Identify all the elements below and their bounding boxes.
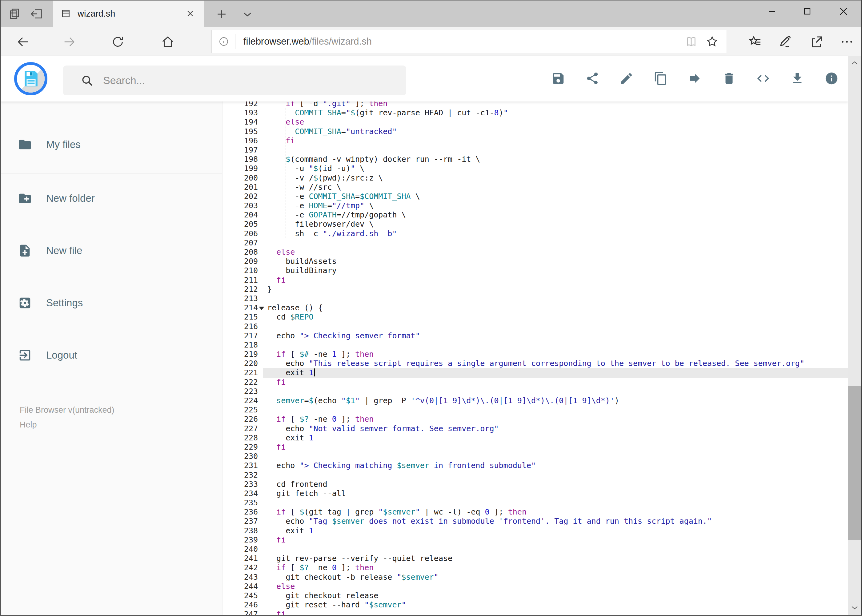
search-input[interactable]: [102, 74, 381, 87]
code-line[interactable]: 243 git checkout -b release "$semver": [224, 573, 848, 582]
code-line[interactable]: 245 git checkout release: [224, 591, 848, 600]
code-line[interactable]: 217 echo "> Checking semver format": [224, 331, 848, 341]
code-line[interactable]: 234 git fetch --all: [224, 489, 848, 498]
code-line[interactable]: 237 echo "Tag $semver does not exist in …: [224, 517, 848, 526]
code-line[interactable]: 232: [224, 470, 848, 480]
code-line[interactable]: 240: [224, 545, 848, 554]
tab-preview-chevron-icon[interactable]: [241, 7, 257, 21]
code-editor[interactable]: 192 if [ -d ".git" ]; then193 COMMIT_SHA…: [224, 102, 848, 615]
code-line[interactable]: 235: [224, 498, 848, 508]
code-line[interactable]: 219 if [ $# -ne 1 ]; then: [224, 350, 848, 359]
window-close-button[interactable]: [828, 2, 859, 21]
code-line[interactable]: 242 if [ $? -ne 0 ]; then: [224, 563, 848, 572]
more-options-icon[interactable]: [840, 35, 854, 49]
help-link[interactable]: Help: [20, 420, 37, 430]
code-line[interactable]: 206 sh -c "./wizard.sh -b": [224, 229, 848, 238]
back-button[interactable]: [16, 35, 30, 49]
code-line[interactable]: 221 exit 1: [224, 368, 848, 377]
tab-wizard-sh[interactable]: wizard.sh: [53, 0, 204, 27]
new-tab-button[interactable]: [215, 7, 231, 21]
sidebar-item-new-folder[interactable]: New folder: [0, 185, 222, 211]
code-line[interactable]: 197: [224, 146, 848, 155]
code-line[interactable]: 202 -e COMMIT_SHA=$COMMIT_SHA \: [224, 192, 848, 201]
code-line[interactable]: 239 fi: [224, 536, 848, 545]
code-line[interactable]: 236 if [ $(git tag | grep "$semver" | wc…: [224, 508, 848, 517]
vertical-scrollbar[interactable]: [848, 56, 861, 615]
code-line[interactable]: 195 COMMIT_SHA="untracked": [224, 127, 848, 136]
copy-button[interactable]: [654, 71, 668, 85]
code-line[interactable]: 192 if [ -d ".git" ]; then: [224, 102, 848, 108]
url-text[interactable]: filebrowser.web/files/wizard.sh: [243, 36, 685, 47]
window-maximize-button[interactable]: [792, 2, 823, 21]
address-bar[interactable]: filebrowser.web/files/wizard.sh: [211, 30, 727, 53]
code-line[interactable]: 211 fi: [224, 275, 848, 285]
code-line[interactable]: 215 cd $REPO: [224, 313, 848, 322]
code-line[interactable]: 204 -e GOPATH=//tmp/gopath \: [224, 211, 848, 220]
tab-close-icon[interactable]: [184, 7, 196, 20]
scroll-down-icon[interactable]: [850, 603, 859, 612]
filebrowser-logo[interactable]: [14, 62, 47, 95]
edit-button[interactable]: [619, 71, 633, 85]
code-line[interactable]: 212}: [224, 285, 848, 294]
home-button[interactable]: [161, 35, 175, 49]
share-button[interactable]: [585, 71, 599, 85]
code-line[interactable]: 199 -u "$(id -u)" \: [224, 164, 848, 173]
code-line[interactable]: 220 echo "This release script requires a…: [224, 359, 848, 368]
set-tabs-aside-icon[interactable]: [30, 7, 48, 22]
download-button[interactable]: [790, 71, 804, 85]
delete-button[interactable]: [722, 71, 736, 85]
code-line[interactable]: 225: [224, 405, 848, 415]
move-button[interactable]: [688, 71, 702, 85]
save-button[interactable]: [551, 71, 565, 85]
sidebar-item-logout[interactable]: Logout: [0, 342, 222, 368]
code-line[interactable]: 226 if [ $? -ne 0 ]; then: [224, 415, 848, 424]
raw-code-button[interactable]: [756, 71, 770, 85]
favorite-star-icon[interactable]: [706, 35, 719, 48]
code-line[interactable]: 218: [224, 341, 848, 350]
reading-view-icon[interactable]: [685, 35, 698, 48]
scroll-up-icon[interactable]: [850, 58, 859, 68]
code-line[interactable]: 244 else: [224, 582, 848, 591]
search-bar[interactable]: [63, 66, 406, 95]
info-button[interactable]: [824, 71, 838, 85]
code-line[interactable]: 203 -e HOME="//tmp" \: [224, 201, 848, 211]
code-line[interactable]: 233 cd frontend: [224, 480, 848, 489]
code-line[interactable]: 228 exit 1: [224, 433, 848, 443]
code-line[interactable]: 216: [224, 322, 848, 331]
code-line[interactable]: 223: [224, 387, 848, 396]
code-line[interactable]: 241 git rev-parse --verify --quiet relea…: [224, 554, 848, 563]
scrollbar-thumb[interactable]: [848, 386, 861, 540]
sidebar-item-settings[interactable]: Settings: [0, 290, 222, 316]
code-line[interactable]: 210 buildBinary: [224, 266, 848, 275]
code-line[interactable]: 246 git reset --hard "$semver": [224, 600, 848, 610]
site-info-icon[interactable]: [219, 36, 229, 47]
share-page-icon[interactable]: [809, 35, 824, 49]
code-line[interactable]: 229 fi: [224, 443, 848, 452]
tab-preview-icon[interactable]: [7, 7, 26, 22]
code-line[interactable]: 205 filebrowser/dev \: [224, 220, 848, 229]
hub-favorites-icon[interactable]: [748, 35, 763, 49]
code-line[interactable]: 222 fi: [224, 378, 848, 387]
code-line[interactable]: 201 -w //src \: [224, 183, 848, 192]
code-line[interactable]: 247 fi: [224, 610, 848, 615]
window-minimize-button[interactable]: [757, 2, 788, 21]
web-note-pen-icon[interactable]: [778, 35, 793, 49]
sidebar-item-my-files[interactable]: My files: [0, 132, 222, 157]
sidebar-item-new-file[interactable]: New file: [0, 238, 222, 264]
code-line[interactable]: 209 buildAssets: [224, 257, 848, 266]
code-line[interactable]: 208 else: [224, 248, 848, 257]
code-line[interactable]: 200 -v /$(pwd):/src:z \: [224, 173, 848, 183]
code-line[interactable]: 238 exit 1: [224, 526, 848, 536]
code-line[interactable]: 230: [224, 452, 848, 461]
fold-marker-icon[interactable]: [259, 306, 264, 310]
refresh-button[interactable]: [111, 35, 125, 49]
code-line[interactable]: 214release () {: [224, 303, 848, 313]
code-line[interactable]: 231 echo "> Checking matching $semver in…: [224, 461, 848, 470]
code-line[interactable]: 193 COMMIT_SHA="$(git rev-parse HEAD | c…: [224, 108, 848, 118]
code-line[interactable]: 224 semver=$(echo "$1" | grep -P '^v(0|[…: [224, 396, 848, 405]
code-line[interactable]: 194 else: [224, 118, 848, 127]
code-line[interactable]: 227 echo "Not valid semver format. See s…: [224, 424, 848, 433]
code-line[interactable]: 198 $(command -v winpty) docker run --rm…: [224, 155, 848, 164]
code-line[interactable]: 207: [224, 238, 848, 248]
forward-button[interactable]: [62, 35, 76, 49]
